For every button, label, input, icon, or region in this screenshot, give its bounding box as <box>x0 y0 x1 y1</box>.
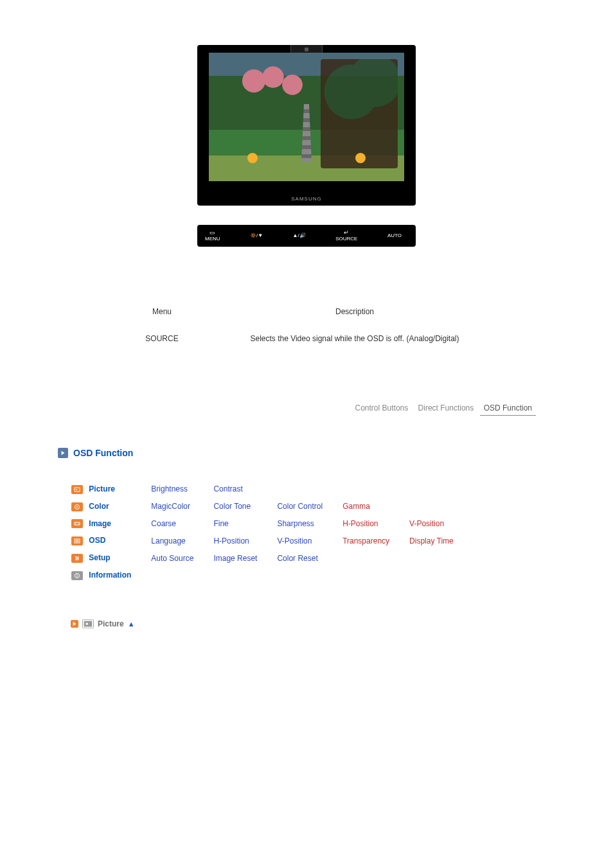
link-h-position-image[interactable]: H-Position <box>342 519 378 528</box>
volume-up-label: ▲/🔊 <box>293 233 306 239</box>
link-image-reset[interactable]: Image Reset <box>213 554 257 563</box>
svg-point-21 <box>85 623 88 625</box>
osd-function-title: OSD Function <box>73 448 133 458</box>
link-color-control[interactable]: Color Control <box>277 502 323 511</box>
link-information[interactable]: Information <box>89 571 131 580</box>
cell-desc-source: Selects the Video signal while the OSD i… <box>210 325 499 352</box>
link-transparency[interactable]: Transparency <box>342 536 389 545</box>
link-sharpness[interactable]: Sharpness <box>277 519 314 528</box>
tab-control-buttons[interactable]: Control Buttons <box>351 403 413 415</box>
link-h-position-osd[interactable]: H-Position <box>213 536 249 545</box>
svg-rect-5 <box>75 522 80 525</box>
svg-rect-9 <box>76 540 79 542</box>
row-information: Information <box>71 570 473 581</box>
svg-point-4 <box>76 506 78 508</box>
link-v-position-osd[interactable]: V-Position <box>277 536 312 545</box>
auto-button-label: AUTO <box>387 233 402 239</box>
color-icon <box>71 502 83 511</box>
osd-function-table: Picture Brightness Contrast Color MagicC… <box>71 477 473 587</box>
link-color-reset[interactable]: Color Reset <box>277 554 317 563</box>
row-setup: Setup Auto Source Image Reset Color Rese… <box>71 553 473 563</box>
image-icon <box>71 519 83 528</box>
link-magiccolor[interactable]: MagicColor <box>151 502 190 511</box>
monitor-bezel: SAMSUNG <box>197 45 416 206</box>
svg-point-18 <box>76 574 77 574</box>
link-auto-source[interactable]: Auto Source <box>151 554 193 563</box>
svg-point-15 <box>76 559 77 560</box>
information-icon <box>71 571 83 580</box>
link-gamma[interactable]: Gamma <box>342 502 370 511</box>
arrow-icon <box>58 448 68 458</box>
svg-point-14 <box>77 558 78 559</box>
osd-icon <box>71 536 83 545</box>
link-coarse[interactable]: Coarse <box>151 519 176 528</box>
link-v-position-image[interactable]: V-Position <box>409 519 444 528</box>
menu-description-table: Menu Description SOURCE Selects the Vide… <box>114 298 499 352</box>
link-setup[interactable]: Setup <box>89 553 110 562</box>
link-color-tone[interactable]: Color Tone <box>213 502 251 511</box>
link-color[interactable]: Color <box>89 502 109 511</box>
row-picture: Picture Brightness Contrast <box>71 484 473 495</box>
section-tabs: Control Buttons Direct Functions OSD Fun… <box>58 403 555 416</box>
up-arrow-icon[interactable]: ▲ <box>128 620 135 628</box>
link-language[interactable]: Language <box>151 536 185 545</box>
picture-icon <box>71 485 83 494</box>
svg-point-13 <box>75 556 76 558</box>
link-osd[interactable]: OSD <box>89 536 105 545</box>
monitor-preview: SAMSUNG ▭ MENU 🔅/▼ ▲/🔊 ↵ SOURCE AUTO <box>58 45 555 247</box>
link-fine[interactable]: Fine <box>213 519 228 528</box>
monitor-screen-image <box>209 53 404 181</box>
svg-marker-0 <box>62 451 65 455</box>
link-display-time[interactable]: Display Time <box>409 536 454 545</box>
link-contrast[interactable]: Contrast <box>213 484 242 493</box>
volume-up-button[interactable]: ▲/🔊 <box>293 233 306 239</box>
picture-subheading-label: Picture <box>98 619 124 628</box>
tab-osd-function[interactable]: OSD Function <box>480 403 536 416</box>
svg-marker-19 <box>73 622 76 626</box>
monitor-brand-label: SAMSUNG <box>197 196 416 202</box>
row-image: Image Coarse Fine Sharpness H-Position V… <box>71 518 473 529</box>
menu-button[interactable]: ▭ MENU <box>205 230 220 242</box>
row-color: Color MagicColor Color Tone Color Contro… <box>71 501 473 512</box>
picture-small-icon <box>82 619 94 628</box>
row-osd: OSD Language H-Position V-Position Trans… <box>71 535 473 546</box>
header-description: Description <box>210 298 499 325</box>
osd-function-heading: OSD Function <box>58 448 555 458</box>
link-picture[interactable]: Picture <box>89 484 115 493</box>
source-button[interactable]: ↵ SOURCE <box>335 230 357 242</box>
header-menu: Menu <box>114 298 210 325</box>
arrow-right-icon <box>71 620 78 628</box>
tab-direct-functions[interactable]: Direct Functions <box>414 403 478 415</box>
menu-button-label: MENU <box>205 236 220 242</box>
monitor-button-bar: ▭ MENU 🔅/▼ ▲/🔊 ↵ SOURCE AUTO <box>197 225 416 247</box>
setup-icon <box>71 554 83 563</box>
auto-button[interactable]: AUTO <box>387 233 402 239</box>
picture-subheading: Picture ▲ <box>71 619 555 628</box>
link-image[interactable]: Image <box>89 519 111 528</box>
source-button-label: SOURCE <box>335 236 357 242</box>
svg-point-2 <box>76 489 77 490</box>
table-row: SOURCE Selects the Video signal while th… <box>114 325 499 352</box>
cell-menu-source: SOURCE <box>114 325 210 352</box>
brightness-down-button[interactable]: 🔅/▼ <box>250 233 263 239</box>
brightness-down-label: 🔅/▼ <box>250 233 263 239</box>
link-brightness[interactable]: Brightness <box>151 484 188 493</box>
